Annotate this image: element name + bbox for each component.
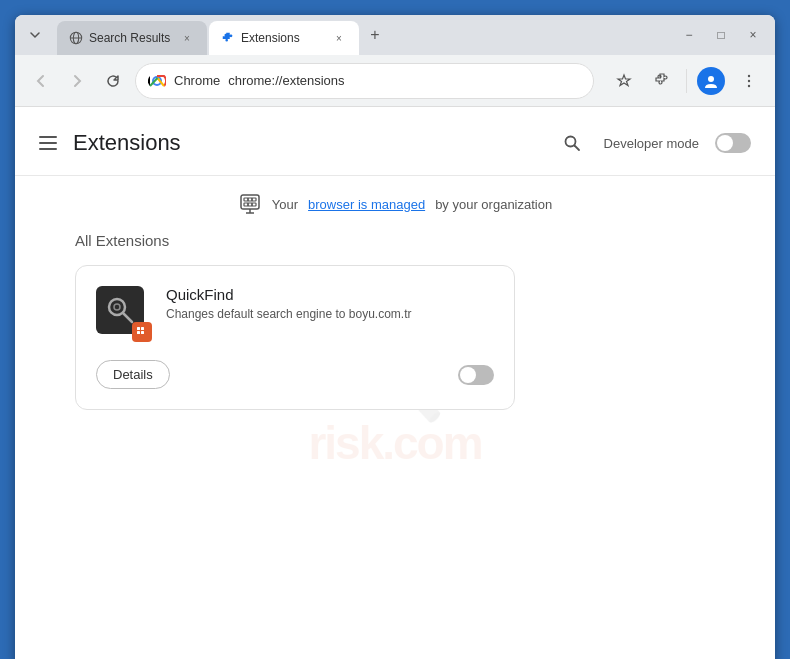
managed-notice: Your browser is managed by your organiza… <box>15 176 775 232</box>
developer-mode-label: Developer mode <box>604 136 699 151</box>
tab-extensions-close[interactable]: × <box>331 30 347 46</box>
extension-card-top: QuickFind Changes default search engine … <box>96 286 494 340</box>
extension-toggle[interactable] <box>458 365 494 385</box>
window-controls-left <box>23 15 47 55</box>
svg-rect-17 <box>248 203 252 206</box>
maximize-button[interactable]: □ <box>707 21 735 49</box>
extensions-header: Extensions Developer mode <box>15 107 775 176</box>
managed-icon <box>238 192 262 216</box>
details-button[interactable]: Details <box>96 360 170 389</box>
minimize-button[interactable]: − <box>675 21 703 49</box>
address-bar: Chrome chrome://extensions <box>15 55 775 107</box>
watermark-text: risk.com <box>308 416 481 470</box>
svg-rect-12 <box>244 198 248 201</box>
puzzle-icon <box>221 31 235 45</box>
svg-point-6 <box>748 74 750 76</box>
chrome-label: Chrome <box>174 73 220 88</box>
forward-button[interactable] <box>63 67 91 95</box>
svg-point-7 <box>748 79 750 81</box>
section-title: All Extensions <box>75 232 715 249</box>
organization-icon <box>239 193 261 215</box>
developer-mode-toggle[interactable] <box>715 133 751 153</box>
svg-rect-15 <box>244 203 248 206</box>
url-icons <box>610 67 763 95</box>
managed-text-after: by your organization <box>435 197 552 212</box>
title-bar: Search Results × Extensions × + − □ <box>15 15 775 55</box>
tab-search-results-label: Search Results <box>89 31 173 45</box>
quickfind-icon <box>104 294 136 326</box>
extension-info: QuickFind Changes default search engine … <box>166 286 494 321</box>
header-right: Developer mode <box>556 127 751 159</box>
globe-icon <box>69 31 83 45</box>
window-controls-right: − □ × <box>675 15 767 55</box>
svg-point-8 <box>748 84 750 86</box>
reload-icon <box>105 73 121 89</box>
extension-card: QuickFind Changes default search engine … <box>75 265 515 410</box>
extension-card-bottom: Details <box>96 360 494 389</box>
bookmark-button[interactable] <box>610 67 638 95</box>
svg-line-10 <box>574 146 579 151</box>
svg-rect-13 <box>252 198 256 201</box>
chrome-logo-icon <box>148 72 166 90</box>
extension-description: Changes default search engine to boyu.co… <box>166 307 494 321</box>
tab-extensions-label: Extensions <box>241 31 325 45</box>
managed-link[interactable]: browser is managed <box>308 197 425 212</box>
tab-extensions[interactable]: Extensions × <box>209 21 359 55</box>
search-icon <box>563 134 581 152</box>
menu-button[interactable] <box>735 67 763 95</box>
svg-rect-16 <box>252 203 256 206</box>
browser-window: Search Results × Extensions × + − □ <box>15 15 775 659</box>
url-display: chrome://extensions <box>228 73 581 88</box>
forward-icon <box>69 73 85 89</box>
close-button[interactable]: × <box>739 21 767 49</box>
svg-rect-24 <box>141 327 144 330</box>
back-button[interactable] <box>27 67 55 95</box>
svg-rect-26 <box>141 331 144 334</box>
search-extensions-button[interactable] <box>556 127 588 159</box>
svg-rect-14 <box>248 198 252 201</box>
svg-point-22 <box>114 304 120 310</box>
tab-search-results-close[interactable]: × <box>179 30 195 46</box>
managed-text-before: Your <box>272 197 298 212</box>
profile-icon <box>704 74 718 88</box>
profile-button[interactable] <box>697 67 725 95</box>
star-icon <box>616 73 632 89</box>
tab-search-results[interactable]: Search Results × <box>57 21 207 55</box>
extension-name: QuickFind <box>166 286 494 303</box>
svg-line-21 <box>123 313 132 322</box>
back-icon <box>33 73 49 89</box>
svg-rect-25 <box>137 331 140 334</box>
svg-point-5 <box>708 76 714 82</box>
toolbar-separator <box>686 69 687 93</box>
tab-dropdown-button[interactable] <box>23 23 47 47</box>
reload-button[interactable] <box>99 67 127 95</box>
menu-dots-icon <box>741 73 757 89</box>
extension-badge-icon <box>132 322 152 342</box>
extensions-list-area: All Extensions <box>15 232 775 410</box>
new-tab-button[interactable]: + <box>361 21 389 49</box>
puzzle-toolbar-icon <box>654 73 670 89</box>
url-bar[interactable]: Chrome chrome://extensions <box>135 63 594 99</box>
extension-icon-wrapper <box>96 286 150 340</box>
svg-rect-11 <box>241 195 259 209</box>
badge-grid-icon <box>136 326 148 338</box>
tabs-area: Search Results × Extensions × + <box>57 15 663 55</box>
extensions-toolbar-button[interactable] <box>648 67 676 95</box>
svg-rect-23 <box>137 327 140 330</box>
hamburger-menu-button[interactable] <box>39 136 57 150</box>
page-content: 🔍 risk.com Extensions Developer mode <box>15 107 775 659</box>
page-title: Extensions <box>73 130 540 156</box>
